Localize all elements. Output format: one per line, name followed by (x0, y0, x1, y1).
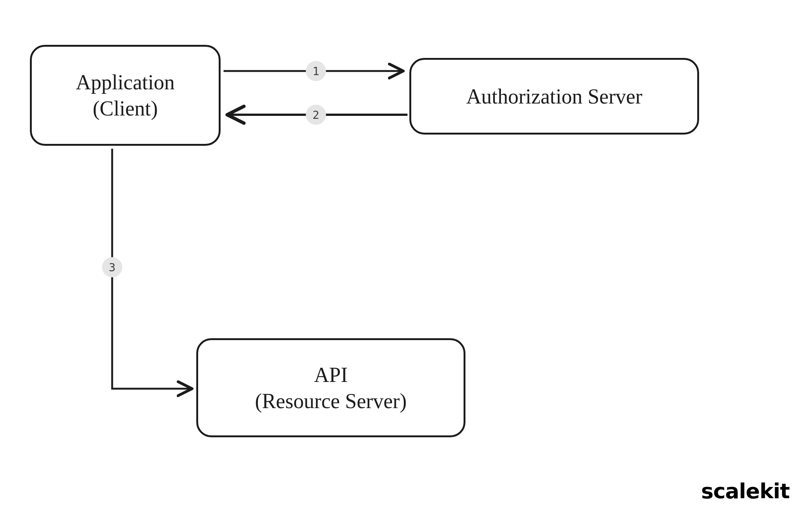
edge-client-to-api (112, 149, 191, 389)
step-badge-2: 2 (306, 105, 326, 125)
node-authorization-server: Authorization Server (409, 58, 699, 135)
node-application-client: Application (Client) (30, 45, 221, 146)
node-api-resource-server: API (Resource Server) (196, 338, 465, 437)
node-authorization-server-label: Authorization Server (466, 83, 642, 110)
node-api-line1: API (314, 363, 348, 386)
node-api-line2: (Resource Server) (255, 389, 407, 413)
brand-wordmark: scalekit (701, 479, 790, 503)
step-badge-3: 3 (102, 257, 122, 277)
node-application-client-line1: Application (76, 71, 175, 94)
step-badge-1: 1 (306, 61, 326, 81)
node-application-client-line2: (Client) (93, 97, 158, 120)
